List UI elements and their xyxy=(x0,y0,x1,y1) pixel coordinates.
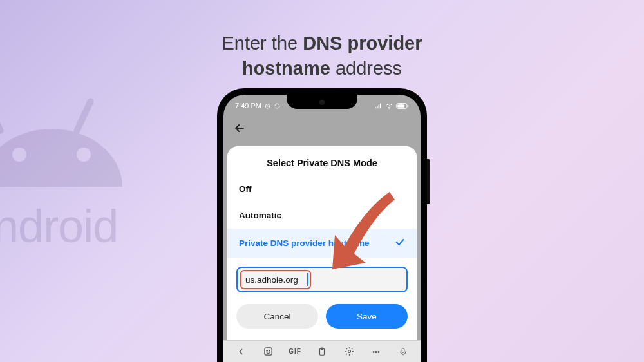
button-row: Cancel Save xyxy=(227,292,417,329)
keyboard-toolbar: GIF ••• xyxy=(223,340,421,362)
stage: android Enter the DNS provider hostname … xyxy=(0,0,644,362)
battery-icon xyxy=(396,102,409,110)
callout-arrow-icon xyxy=(328,187,412,273)
kbd-settings-button[interactable] xyxy=(339,341,359,362)
android-wordmark: android xyxy=(0,200,118,252)
svg-rect-9 xyxy=(264,348,271,355)
headline-pre: Enter the xyxy=(222,33,303,53)
headline-post: address xyxy=(330,58,402,79)
svg-rect-3 xyxy=(73,97,95,135)
option-automatic-label: Automatic xyxy=(239,211,281,220)
phone-notch xyxy=(287,95,357,109)
back-button[interactable] xyxy=(232,121,247,135)
svg-rect-15 xyxy=(402,348,404,352)
svg-point-0 xyxy=(12,148,26,162)
cancel-button[interactable]: Cancel xyxy=(236,304,318,329)
kbd-collapse-button[interactable] xyxy=(231,341,251,362)
svg-point-11 xyxy=(269,350,270,352)
kbd-mic-button[interactable] xyxy=(393,341,413,362)
save-button[interactable]: Save xyxy=(326,304,408,329)
signal-icon xyxy=(374,102,383,110)
option-off-label: Off xyxy=(239,184,252,194)
card-title: Select Private DNS Mode xyxy=(227,158,417,168)
kbd-sticker-button[interactable] xyxy=(258,341,278,362)
alarm-icon xyxy=(264,102,271,110)
svg-rect-7 xyxy=(408,104,409,106)
text-caret xyxy=(307,273,308,286)
sync-icon xyxy=(274,102,281,110)
kbd-clipboard-button[interactable] xyxy=(312,341,332,362)
headline-bold-1: DNS provider xyxy=(303,33,422,53)
android-robot-icon xyxy=(0,77,122,206)
headline-bold-2: hostname xyxy=(242,58,330,79)
svg-rect-2 xyxy=(0,97,5,135)
kbd-gif-button[interactable]: GIF xyxy=(285,341,305,362)
status-time: 7:49 PM xyxy=(235,102,261,110)
wifi-icon xyxy=(385,102,393,110)
app-bar xyxy=(223,114,421,142)
svg-point-14 xyxy=(348,350,350,353)
svg-rect-8 xyxy=(397,104,404,108)
kbd-more-button[interactable]: ••• xyxy=(366,341,386,362)
svg-point-5 xyxy=(389,108,390,108)
instruction-headline: Enter the DNS provider hostname address xyxy=(0,31,644,81)
svg-point-1 xyxy=(77,148,91,162)
svg-point-10 xyxy=(266,350,267,352)
